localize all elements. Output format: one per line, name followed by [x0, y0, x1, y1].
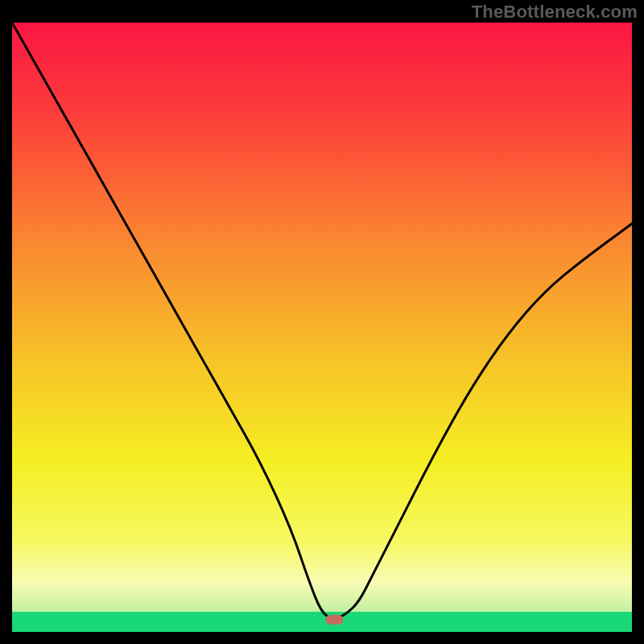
watermark-text: TheBottleneck.com	[472, 2, 638, 23]
gradient-background	[12, 23, 632, 632]
bottleneck-chart	[12, 23, 632, 632]
current-position-marker	[325, 615, 343, 625]
plot-area	[12, 23, 632, 632]
chart-frame: TheBottleneck.com	[0, 0, 644, 644]
optimal-band	[12, 612, 632, 632]
